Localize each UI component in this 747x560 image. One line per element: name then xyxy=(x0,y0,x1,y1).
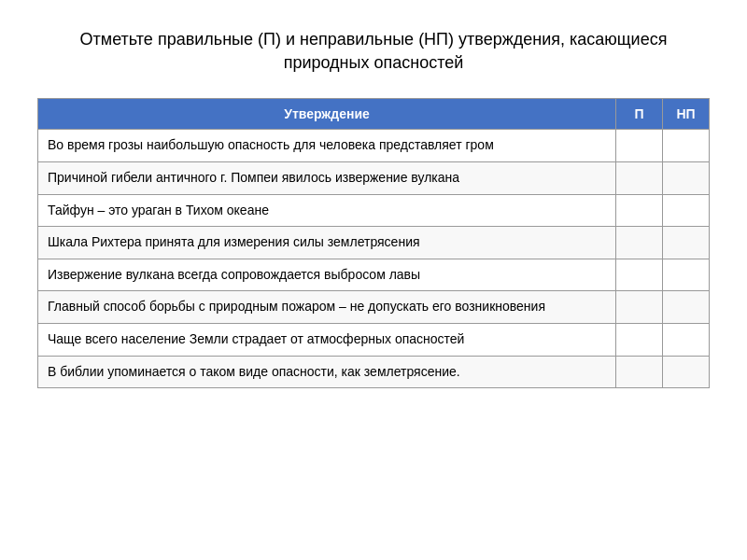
cell-np-4[interactable] xyxy=(663,227,710,259)
table-row: Во время грозы наибольшую опасность для … xyxy=(38,130,710,162)
page-title: Отметьте правильные (П) и неправильные (… xyxy=(56,28,691,75)
cell-statement-1: Во время грозы наибольшую опасность для … xyxy=(38,130,616,162)
main-table: Утверждение П НП Во время грозы наибольш… xyxy=(37,98,710,388)
table-row: Шкала Рихтера принята для измерения силы… xyxy=(38,227,710,259)
cell-statement-5: Извержение вулкана всегда сопровождается… xyxy=(38,259,616,291)
header-np: НП xyxy=(663,99,710,130)
header-statement: Утверждение xyxy=(38,99,616,130)
cell-np-5[interactable] xyxy=(663,259,710,291)
table-row: Чаще всего население Земли страдает от а… xyxy=(38,323,710,356)
cell-p-2[interactable] xyxy=(616,161,663,194)
cell-np-1[interactable] xyxy=(663,130,710,162)
cell-statement-2: Причиной гибели античного г. Помпеи явил… xyxy=(38,161,616,194)
table-container: Утверждение П НП Во время грозы наибольш… xyxy=(37,98,710,388)
table-header-row: Утверждение П НП xyxy=(38,99,710,130)
cell-statement-6: Главный способ борьбы с природным пожаро… xyxy=(38,291,616,324)
cell-statement-4: Шкала Рихтера принята для измерения силы… xyxy=(38,227,616,259)
header-p: П xyxy=(616,99,663,130)
cell-np-7[interactable] xyxy=(663,323,710,356)
cell-p-5[interactable] xyxy=(616,259,663,291)
cell-np-3[interactable] xyxy=(663,194,710,227)
table-body: Во время грозы наибольшую опасность для … xyxy=(38,130,710,388)
table-row: В библии упоминается о таком виде опасно… xyxy=(38,356,710,388)
cell-p-1[interactable] xyxy=(616,130,663,162)
cell-p-4[interactable] xyxy=(616,227,663,259)
cell-np-6[interactable] xyxy=(663,291,710,324)
table-row: Извержение вулкана всегда сопровождается… xyxy=(38,259,710,291)
table-row: Главный способ борьбы с природным пожаро… xyxy=(38,291,710,324)
table-row: Тайфун – это ураган в Тихом океане xyxy=(38,194,710,227)
cell-statement-7: Чаще всего население Земли страдает от а… xyxy=(38,323,616,356)
cell-p-8[interactable] xyxy=(616,356,663,388)
table-row: Причиной гибели античного г. Помпеи явил… xyxy=(38,161,710,194)
cell-p-3[interactable] xyxy=(616,194,663,227)
cell-p-6[interactable] xyxy=(616,291,663,324)
cell-np-8[interactable] xyxy=(663,356,710,388)
cell-statement-3: Тайфун – это ураган в Тихом океане xyxy=(38,194,616,227)
cell-np-2[interactable] xyxy=(663,161,710,194)
cell-statement-8: В библии упоминается о таком виде опасно… xyxy=(38,356,616,388)
cell-p-7[interactable] xyxy=(616,323,663,356)
